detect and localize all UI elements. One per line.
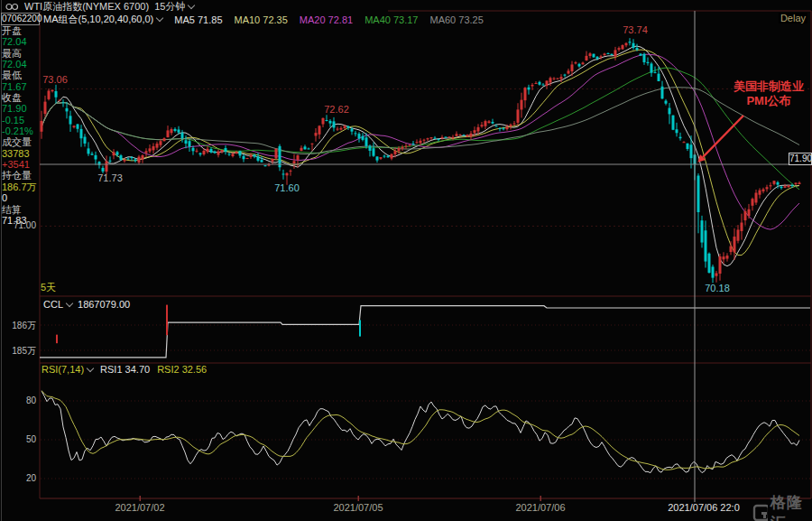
ma-legend-item: MA5 71.85: [174, 14, 222, 25]
chevron-down-icon: [188, 1, 195, 8]
range-5day-label[interactable]: 5天: [41, 281, 56, 294]
ccl-value: 1867079.00: [78, 299, 130, 310]
y-axis-label: 186万: [0, 320, 36, 332]
x-axis-date-label: 2021/07/02: [90, 502, 189, 513]
y-axis-label: 71.00: [0, 220, 36, 230]
sidebar-volume-value: 33783: [2, 148, 39, 159]
gelonghui-logo: 格隆汇: [752, 492, 812, 521]
ma-group-selector[interactable]: MA组合(5,10,20,40,60,0): [43, 13, 162, 26]
sidebar-open-interest-label: 持仓量: [2, 170, 39, 181]
price-annotation: 73.74: [610, 24, 660, 35]
titlebar: WTI原油指数(NYMEX 6700) 15分钟: [5, 1, 194, 12]
crosshair-price-box: 71.90: [789, 153, 812, 165]
instrument-title: WTI原油指数(NYMEX 6700): [24, 0, 149, 14]
ma-legend-item: MA60 73.25: [429, 14, 483, 25]
ccl-selector[interactable]: CCL: [43, 299, 72, 310]
sidebar-close-value: 71.90: [2, 103, 39, 114]
rsi-header: RSI(7,14) RSI1 34.70 RSI2 32.56: [42, 364, 207, 375]
sidebar-open-interest-value: 186.7万: [2, 181, 39, 192]
ccl-label: CCL: [43, 299, 63, 310]
ma-group-label: MA组合(5,10,20,40,60,0): [43, 14, 153, 24]
ma-legend-row: MA组合(5,10,20,40,60,0) MA5 71.85MA10 72.3…: [43, 13, 484, 26]
x-axis-date-label: 2021/07/06: [491, 502, 590, 513]
contract-code-box: 07062200: [1, 13, 40, 25]
event-annotation-line1: 美国非制造业: [724, 79, 812, 94]
rsi2-value: RSI2 32.56: [157, 364, 207, 375]
y-axis-label: 80: [0, 395, 36, 405]
price-annotation: 71.73: [85, 172, 135, 183]
ma-legend-item: MA20 72.81: [300, 14, 353, 25]
price-annotation: 71.60: [262, 182, 312, 193]
interval-label: 15分钟: [154, 1, 185, 12]
x-axis-date-label: 2021/07/05: [309, 502, 408, 513]
rsi1-value: RSI1 34.70: [100, 364, 150, 375]
rsi-selector[interactable]: RSI(7,14): [42, 364, 93, 375]
link-status-icon: [5, 3, 19, 11]
y-axis-label: 185万: [0, 345, 36, 358]
sidebar-change-pct: -0.21%: [2, 126, 39, 136]
sidebar-volume-change: +3541: [2, 159, 39, 170]
trading-terminal-window: WTI原油指数(NYMEX 6700) 15分钟 Delay 07062200 …: [0, 0, 812, 521]
sidebar-zero-value: 0: [2, 192, 39, 203]
sidebar-high-value: 72.04: [2, 59, 39, 70]
chevron-down-icon: [156, 14, 163, 22]
y-axis-label: 50: [0, 434, 36, 444]
chevron-down-icon: [87, 365, 94, 372]
event-annotation-line2: PMI公布: [724, 94, 812, 108]
ccl-header: CCL 1867079.00: [43, 299, 130, 310]
sidebar-volume-label: 成交量: [2, 136, 39, 147]
sidebar-open-label: 开盘: [2, 25, 39, 36]
chevron-down-icon: [66, 300, 73, 307]
ma-legend-item: MA10 72.35: [235, 14, 288, 25]
rsi-label: RSI(7,14): [42, 364, 84, 375]
sidebar-close-label: 收盘: [2, 92, 39, 103]
ma-values: MA5 71.85MA10 72.35MA20 72.81MA40 73.17M…: [174, 14, 484, 25]
x-axis-date-label: 2021/07/06 22:0: [654, 502, 753, 513]
chart-canvas[interactable]: [0, 0, 812, 521]
y-axis-label: 20: [0, 473, 36, 483]
quote-sidebar: 开盘72.04最高72.04最低71.67收盘71.90-0.15-0.21%成…: [2, 25, 39, 226]
sidebar-high-label: 最高: [2, 48, 39, 59]
price-annotation: 73.06: [30, 74, 80, 85]
interval-selector[interactable]: 15分钟: [154, 0, 194, 14]
sidebar-open-value: 72.04: [2, 36, 39, 47]
ma-legend-item: MA40 73.17: [364, 14, 418, 25]
event-annotation: 美国非制造业 PMI公布: [724, 79, 812, 108]
gelonghui-logo-text: 格隆汇: [770, 492, 812, 521]
sidebar-change-value: -0.15: [2, 115, 39, 126]
price-annotation: 70.18: [692, 283, 743, 293]
price-annotation: 72.62: [311, 104, 362, 115]
delay-badge: Delay: [779, 13, 807, 23]
sidebar-settlement-label: 结算: [2, 204, 39, 215]
gelonghui-logo-icon: [752, 504, 768, 521]
